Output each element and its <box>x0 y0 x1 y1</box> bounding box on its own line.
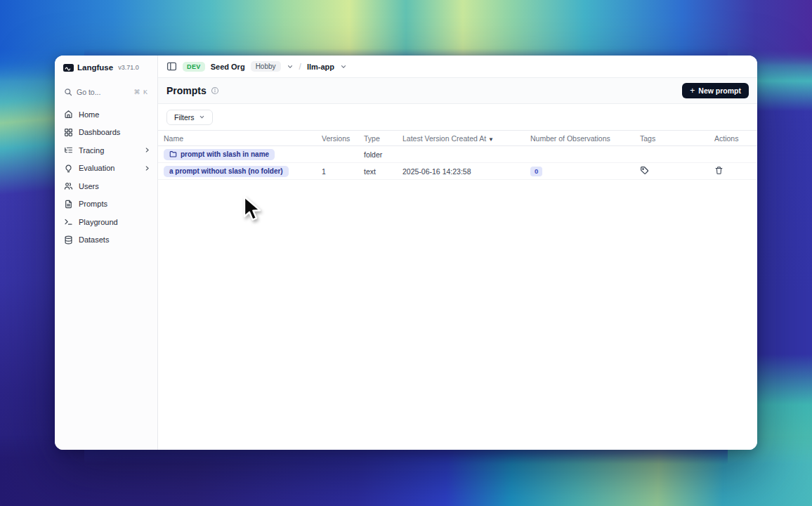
observations-cell: 0 <box>530 167 640 176</box>
sidebar-item-label: Prompts <box>79 200 107 208</box>
prompt-folder-link[interactable]: prompt with slash in name <box>164 149 275 160</box>
column-header-name[interactable]: Name <box>158 134 322 143</box>
langfuse-logo-icon <box>63 64 74 72</box>
observations-count-badge: 0 <box>530 167 542 176</box>
column-header-type[interactable]: Type <box>364 134 402 143</box>
evaluation-icon <box>64 164 73 173</box>
datasets-icon <box>64 235 73 245</box>
plan-badge[interactable]: Hobby <box>251 61 281 72</box>
go-to-search[interactable]: Go to... ⌘ K <box>60 84 152 100</box>
page-header: Prompts + New prompt <box>158 78 757 104</box>
sidebar-item-tracing[interactable]: Tracing <box>55 141 157 160</box>
sidebar-item-users[interactable]: Users <box>55 177 157 195</box>
delete-icon[interactable] <box>714 166 723 175</box>
chevron-down-icon <box>199 114 205 120</box>
sidebar-item-label: Users <box>79 182 99 190</box>
prompt-name: prompt with slash in name <box>181 150 269 158</box>
sidebar-item-label: Dashboards <box>79 128 120 136</box>
type-cell: text <box>364 167 402 176</box>
sidebar: Langfuse v3.71.0 Go to... ⌘ K Home Dashb… <box>55 56 158 450</box>
chevron-right-icon <box>144 147 150 153</box>
playground-icon <box>64 217 73 226</box>
versions-cell: 1 <box>322 167 364 176</box>
sidebar-item-label: Evaluation <box>79 164 114 172</box>
go-to-label: Go to... <box>77 88 100 96</box>
topbar: DEV Seed Org Hobby / llm-app <box>158 56 757 78</box>
column-header-versions[interactable]: Versions <box>322 134 364 143</box>
users-icon <box>64 181 73 190</box>
sidebar-item-evaluation[interactable]: Evaluation <box>55 160 157 178</box>
app-version: v3.71.0 <box>118 64 139 71</box>
folder-icon <box>169 150 177 158</box>
column-header-created-at[interactable]: Latest Version Created At▼ <box>402 134 530 143</box>
page-title-text: Prompts <box>166 85 207 96</box>
langfuse-window: Langfuse v3.71.0 Go to... ⌘ K Home Dashb… <box>55 56 757 450</box>
logo-row: Langfuse v3.71.0 <box>55 60 157 74</box>
sidebar-item-datasets[interactable]: Datasets <box>55 231 157 249</box>
filters-row: Filters <box>158 104 757 130</box>
plus-icon: + <box>690 86 695 95</box>
sidebar-item-label: Home <box>79 110 99 119</box>
keyboard-shortcut: ⌘ K <box>133 89 148 96</box>
main-content: DEV Seed Org Hobby / llm-app Prompts + N… <box>158 56 757 450</box>
type-cell: folder <box>364 150 402 159</box>
table-row[interactable]: prompt with slash in name folder <box>158 146 757 163</box>
column-header-created-at-label: Latest Version Created At <box>402 134 486 143</box>
brand-name: Langfuse <box>77 63 113 72</box>
breadcrumb-separator: / <box>299 62 301 72</box>
search-icon <box>64 88 72 96</box>
home-icon <box>64 110 73 119</box>
table-header: Name Versions Type Latest Version Create… <box>158 130 757 146</box>
page-title: Prompts <box>166 85 219 96</box>
breadcrumb-project[interactable]: llm-app <box>307 63 334 71</box>
prompt-name: a prompt without slash (no folder) <box>169 167 283 175</box>
tags-cell <box>640 166 714 176</box>
tracing-icon <box>64 145 73 155</box>
dashboards-icon <box>64 128 73 137</box>
table-row[interactable]: a prompt without slash (no folder) 1 tex… <box>158 163 757 180</box>
column-header-observations[interactable]: Number of Observations <box>530 134 640 143</box>
toggle-sidebar-icon[interactable] <box>166 61 177 72</box>
sidebar-item-home[interactable]: Home <box>55 105 157 124</box>
sidebar-item-prompts[interactable]: Prompts <box>55 195 157 214</box>
prompts-icon <box>64 200 73 209</box>
chevron-down-icon[interactable] <box>287 63 294 70</box>
sort-desc-icon: ▼ <box>488 136 494 143</box>
tag-icon[interactable] <box>640 166 649 175</box>
new-prompt-button[interactable]: + New prompt <box>682 83 749 98</box>
column-header-actions: Actions <box>714 134 757 143</box>
filters-label: Filters <box>174 113 195 122</box>
chevron-down-icon[interactable] <box>340 63 347 70</box>
created-at-cell: 2025-06-16 14:23:58 <box>402 167 530 176</box>
column-header-tags[interactable]: Tags <box>640 134 714 143</box>
sidebar-item-label: Tracing <box>79 146 104 155</box>
breadcrumb-org[interactable]: Seed Org <box>211 63 245 71</box>
info-icon[interactable] <box>211 86 219 95</box>
chevron-right-icon <box>144 165 150 171</box>
prompt-link[interactable]: a prompt without slash (no folder) <box>164 166 289 177</box>
sidebar-item-dashboards[interactable]: Dashboards <box>55 124 157 142</box>
filters-button[interactable]: Filters <box>166 110 213 125</box>
sidebar-item-label: Playground <box>79 218 118 226</box>
env-badge: DEV <box>183 62 205 72</box>
sidebar-item-label: Datasets <box>79 235 109 244</box>
actions-cell <box>714 166 757 176</box>
sidebar-item-playground[interactable]: Playground <box>55 213 157 231</box>
new-prompt-label: New prompt <box>698 86 741 95</box>
